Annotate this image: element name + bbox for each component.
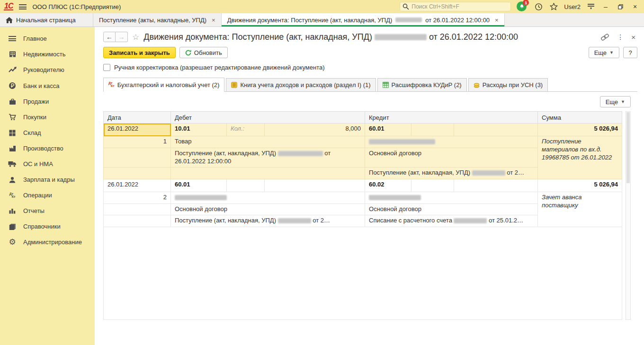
scrollbar-thumb[interactable]	[626, 112, 630, 183]
sidebar-item-glavnoe[interactable]: Главное	[0, 31, 95, 46]
sidebar-item-proizvodstvo[interactable]: Производство	[0, 141, 95, 156]
table-more-button[interactable]: Еще▼	[600, 96, 631, 107]
cell-empty[interactable]	[411, 124, 454, 136]
sidebar-item-spravochniki[interactable]: Справочники	[0, 219, 95, 234]
cell-debit-account[interactable]: 60.01	[171, 179, 227, 192]
main-menu-icon[interactable]	[19, 4, 27, 9]
global-search	[400, 2, 511, 11]
cell-debit-analytics[interactable]	[171, 192, 365, 203]
cell-date[interactable]: 26.01.2022	[104, 179, 171, 192]
cell-empty[interactable]	[104, 215, 171, 227]
redacted-counterparty	[175, 195, 227, 200]
cell-qty[interactable]: 8,000	[265, 124, 365, 136]
cell-credit-account[interactable]: 60.01	[365, 124, 411, 136]
menu-lines-icon	[8, 36, 17, 41]
tab-home[interactable]: Начальная страница	[0, 13, 93, 27]
sidebar-item-pokupki[interactable]: Покупки	[0, 109, 95, 125]
cell-credit-analytics[interactable]	[365, 192, 538, 203]
favorites-button[interactable]	[549, 1, 558, 12]
ruble-circle-icon	[8, 82, 17, 89]
cell-row-number[interactable]: 1	[104, 136, 171, 148]
sidebar-item-administrirovanie[interactable]: ⚙ Администрирование	[0, 234, 95, 250]
sidebar-item-sklad[interactable]: Склад	[0, 125, 95, 141]
close-window-button[interactable]: ×	[631, 3, 639, 10]
search-input[interactable]	[400, 2, 511, 11]
tab-accounting-register[interactable]: ДтКт Бухгалтерский и налоговый учет (2)	[103, 78, 224, 92]
redacted-doc-number	[278, 218, 311, 223]
cell-debit-analytics[interactable]: Товар	[171, 136, 365, 148]
cell-empty[interactable]	[104, 203, 171, 215]
sidebar-item-zarplata-kadry[interactable]: Зарплата и кадры	[0, 172, 95, 187]
refresh-button[interactable]: Обновить	[179, 47, 228, 58]
favorite-star-icon[interactable]: ☆	[132, 32, 139, 42]
tab-document-movements[interactable]: Движения документа: Поступление (акт, на…	[222, 13, 505, 27]
table-filler-row	[104, 227, 622, 319]
cell-credit-analytics[interactable]: Списание с расчетного счета от 25.01.2…	[365, 215, 538, 227]
close-document-button[interactable]: ×	[631, 33, 635, 41]
cell-empty[interactable]	[411, 179, 454, 192]
factory-icon	[8, 145, 17, 151]
cell-empty[interactable]	[171, 167, 365, 179]
sidebar-item-bank-kassa[interactable]: Банк и касса	[0, 78, 95, 94]
cell-debit-analytics[interactable]: Поступление (акт, накладная, УПД) от 26.…	[171, 148, 365, 168]
cell-credit-analytics[interactable]: Основной договор	[365, 148, 538, 168]
tab-receipts-list[interactable]: Поступление (акты, накладные, УПД) ×	[93, 13, 222, 27]
redacted-doc-number	[395, 18, 422, 22]
nav-back-button[interactable]: ←	[103, 32, 116, 42]
minimize-button[interactable]: –	[601, 3, 610, 10]
cell-qty-label[interactable]: Кол.:	[227, 124, 265, 136]
history-button[interactable]	[534, 1, 543, 12]
cell-comment[interactable]: Поступление материалов по вх.д. 19968785…	[538, 136, 622, 179]
cell-debit-account[interactable]: 10.01	[171, 124, 227, 136]
cell-empty[interactable]	[227, 179, 265, 192]
sidebar-item-rukovoditelyu[interactable]: Руководителю	[0, 62, 95, 78]
service-menu-icon[interactable]: ▼	[586, 1, 596, 12]
help-button[interactable]: ?	[623, 47, 637, 58]
more-actions-icon[interactable]: ⋮	[617, 33, 624, 41]
tab-kudir-book[interactable]: Книга учета доходов и расходов (раздел I…	[226, 78, 376, 91]
sidebar-item-nedvizhimost[interactable]: Недвижимость	[0, 46, 95, 62]
notifications-button[interactable]: 1	[517, 1, 528, 12]
trend-chart-icon	[8, 67, 17, 73]
tab-usn-expenses[interactable]: Расходы при УСН (3)	[468, 78, 548, 91]
cell-credit-analytics[interactable]: Основной договор	[365, 203, 538, 215]
manual-adjust-checkbox[interactable]	[103, 64, 110, 71]
link-icon[interactable]	[600, 33, 609, 41]
vertical-scrollbar[interactable]	[626, 111, 631, 320]
cell-credit-analytics[interactable]: Поступление (акт, накладная, УПД) от 2…	[365, 167, 538, 179]
coins-icon	[474, 82, 480, 88]
dtkt-icon: ДтКт	[8, 193, 17, 198]
cell-sum[interactable]: 5 026,94	[538, 124, 622, 136]
cell-debit-analytics[interactable]: Основной договор	[171, 203, 365, 215]
sidebar-item-operacii[interactable]: ДтКт Операции	[0, 187, 95, 203]
cell-debit-analytics[interactable]: Поступление (акт, накладная, УПД) от 2…	[171, 215, 365, 227]
refresh-icon	[185, 50, 191, 56]
cell-empty[interactable]	[104, 167, 171, 179]
nav-forward-button[interactable]: →	[116, 32, 128, 42]
cell-empty[interactable]	[454, 179, 538, 192]
cell-credit-account[interactable]: 60.02	[365, 179, 411, 192]
restore-button[interactable]	[616, 1, 625, 12]
tab-kudir-detail[interactable]: Расшифровка КУДиР (2)	[377, 78, 467, 91]
boxes-grid-icon	[8, 130, 17, 136]
current-user[interactable]: User2	[564, 3, 581, 10]
sidebar-item-otchety[interactable]: Отчеты	[0, 203, 95, 219]
table-row: 26.01.2022 60.01 60.02 5 026,94	[104, 179, 622, 192]
cell-credit-analytics[interactable]	[365, 136, 538, 148]
cell-empty[interactable]	[104, 148, 171, 168]
movements-table: Дата Дебет Кредит Сумма 26.01.2022 10.01…	[103, 111, 622, 320]
app-title: ООО ПЛЮС (1С:Предприятие)	[32, 3, 121, 10]
sidebar-item-os-nma[interactable]: ОС и НМА	[0, 156, 95, 172]
cell-comment[interactable]: Зачет аванса поставщику	[538, 192, 622, 227]
cell-date-selected[interactable]: 26.01.2022	[104, 124, 171, 136]
save-and-close-button[interactable]: Записать и закрыть	[103, 47, 176, 58]
cell-sum[interactable]: 5 026,94	[538, 179, 622, 192]
cell-empty[interactable]	[265, 179, 365, 192]
sidebar-item-prodazhi[interactable]: Продажи	[0, 94, 95, 109]
cell-row-number[interactable]: 2	[104, 192, 171, 203]
redacted-counterparty	[369, 195, 421, 200]
cell-empty[interactable]	[454, 124, 538, 136]
more-button-top[interactable]: Еще▼	[589, 47, 619, 58]
tab-close-icon[interactable]: ×	[495, 17, 499, 24]
tab-close-icon[interactable]: ×	[212, 17, 215, 24]
